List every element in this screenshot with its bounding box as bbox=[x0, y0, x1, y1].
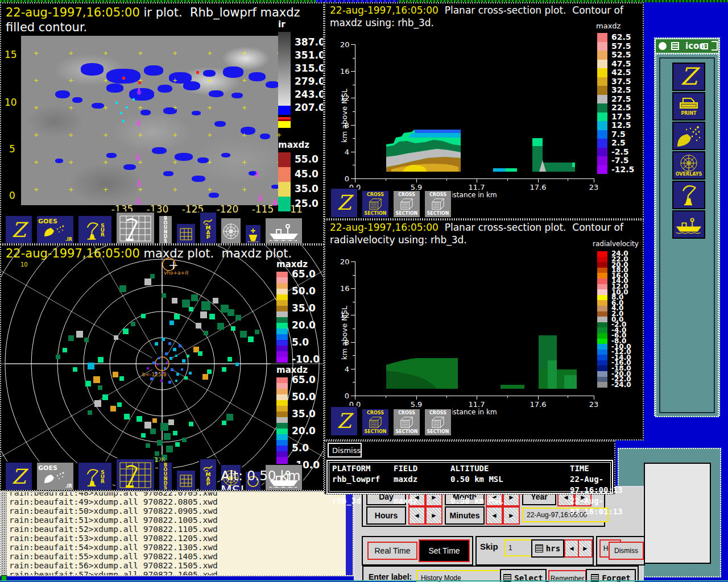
radar-echo bbox=[228, 309, 234, 316]
satellite-image[interactable]: ++++++++++++++++++++++++++++++++++++++++… bbox=[21, 36, 278, 205]
cloud-top-overlay bbox=[209, 90, 224, 97]
zeb-logo-icon: Z bbox=[337, 411, 351, 431]
toolbar-button-map[interactable]: MAP bbox=[199, 211, 217, 244]
radar-colorbar2-label: maxdz bbox=[276, 365, 308, 375]
toolbar-button-cross[interactable]: CROSS SECTION bbox=[424, 190, 452, 218]
toolbar-button-map[interactable]: MAP bbox=[199, 458, 217, 491]
xsec-bottom-toolbar: ZCROSS SECTIONCROSS SECTIONCROSS SECTION bbox=[330, 408, 452, 436]
window-menu-circle-icon[interactable] bbox=[659, 42, 667, 50]
table-dismiss-button[interactable]: Dismiss bbox=[328, 443, 362, 458]
window-menu-icon[interactable] bbox=[671, 42, 679, 50]
colorbar-swatch bbox=[597, 300, 607, 306]
overlays-button[interactable]: OVERLAYS bbox=[672, 151, 705, 180]
cross-label: CROSS bbox=[367, 410, 384, 415]
zeb-logo-icon: Z bbox=[11, 467, 26, 487]
radar-echo bbox=[168, 419, 174, 425]
radar-echo bbox=[76, 331, 83, 338]
colorbar-swatch bbox=[597, 121, 607, 130]
colorbar-swatch bbox=[597, 165, 607, 174]
cloud-top-overlay bbox=[106, 153, 117, 158]
toolbar-button-zlogo[interactable]: Z bbox=[330, 406, 358, 436]
toolbar-button-cross[interactable]: CROSS SECTION bbox=[392, 190, 421, 218]
table-cell: rhb_lowprf bbox=[332, 474, 394, 496]
toolbar-button-ship[interactable] bbox=[264, 217, 303, 244]
toolbar-button-zlogo[interactable]: Z bbox=[5, 215, 33, 244]
toolbar-button-sur[interactable]: SUR bbox=[77, 215, 113, 244]
colorbar-swatch bbox=[276, 429, 288, 434]
toolbar-button-cross[interactable]: CROSS SECTION bbox=[392, 408, 421, 436]
toolbar-button-grid[interactable] bbox=[176, 469, 196, 491]
cloud-top-overlay bbox=[203, 70, 216, 77]
colorbar-swatch bbox=[597, 355, 607, 360]
print-button-label: PRINT bbox=[681, 111, 696, 116]
cross-label: CROSS bbox=[367, 192, 384, 197]
radar-echo bbox=[150, 429, 156, 434]
xsec-top-plot[interactable]: 0481216200.05.911.717.623km above MSLDis… bbox=[337, 24, 604, 194]
skip-value-input[interactable]: 1 bbox=[504, 539, 533, 556]
colorbar-swatch bbox=[276, 357, 288, 363]
xsec-ytick-label: 16 bbox=[340, 67, 349, 76]
ir-tick-label: 351.0 bbox=[295, 49, 324, 61]
colorbar-tick-label: 27.5 bbox=[611, 94, 631, 103]
zeb-logo-icon: Z bbox=[337, 193, 351, 213]
antenna-button[interactable] bbox=[672, 181, 705, 209]
skip-forward-stepper[interactable]: ► bbox=[578, 539, 593, 558]
cloud-top-overlay bbox=[123, 164, 136, 170]
radar-echo bbox=[175, 442, 180, 447]
toolbar-button-bounds[interactable]: BOUNDS bbox=[158, 462, 173, 491]
radar-echo bbox=[164, 433, 171, 440]
toolbar-button-goes[interactable]: GOES .IR bbox=[36, 215, 75, 244]
ship-button[interactable] bbox=[672, 210, 705, 239]
icon-window-titlebar[interactable]: icon bbox=[655, 39, 719, 53]
sur-label: SUR bbox=[101, 470, 105, 484]
cube-icon bbox=[429, 197, 446, 211]
ir-label: .IR bbox=[65, 484, 73, 489]
cross-label: CROSS bbox=[429, 410, 446, 415]
radar-beam-button[interactable] bbox=[672, 122, 705, 150]
toolbar-button-goes[interactable]: GOES .IR bbox=[36, 462, 75, 491]
colorbar-swatch bbox=[597, 262, 607, 268]
toolbar-button-radargrid[interactable] bbox=[115, 458, 155, 491]
window-resize-icon[interactable] bbox=[712, 41, 718, 51]
xsec-x-axis-label: Distance in km bbox=[446, 408, 497, 416]
xsec-top-contours bbox=[337, 24, 604, 194]
xsec-bottom-plot[interactable]: 0481216200.05.911.717.623km above MSLDis… bbox=[337, 241, 604, 411]
toolbar-button-cross[interactable]: CROSS SECTION bbox=[424, 408, 452, 436]
toolbar-button-buoy[interactable] bbox=[245, 224, 262, 244]
window-iconify-icon[interactable] bbox=[701, 43, 708, 49]
zeb-logo-icon: Z bbox=[11, 221, 26, 240]
cyan-dot-marker bbox=[120, 112, 122, 114]
radar-echo bbox=[213, 298, 218, 304]
toolbar-button-rings[interactable] bbox=[220, 217, 242, 244]
colorbar-swatch bbox=[276, 377, 288, 383]
cloud-top-overlay bbox=[92, 103, 104, 109]
real-time-button[interactable]: Real Time bbox=[367, 542, 417, 560]
skip-units-button[interactable]: hrs bbox=[531, 539, 564, 558]
radar-echo bbox=[255, 330, 259, 334]
ir-satellite-panel: 22-aug-1997,16:05:00 ir plot. Rhb_lowprf… bbox=[0, 2, 324, 244]
cube-icon bbox=[429, 415, 446, 429]
set-time-button[interactable]: Set Time bbox=[419, 539, 470, 562]
radar-echo bbox=[196, 323, 201, 329]
zeb-logo-button[interactable]: Z bbox=[672, 63, 705, 91]
toolbar-button-cross[interactable]: CROSS SECTION bbox=[361, 190, 390, 218]
toolbar-button-sur[interactable]: SUR bbox=[77, 462, 113, 491]
print-button[interactable]: PRINT bbox=[672, 92, 705, 120]
toolbar-button-grid[interactable] bbox=[176, 223, 196, 244]
toolbar-button-radargrid[interactable] bbox=[115, 211, 155, 244]
xterm-window[interactable]: rain:beaufait:48>xdump.all 970822.0705.x… bbox=[0, 491, 354, 576]
radar-echo bbox=[84, 338, 89, 342]
terminal-left-scrollbar[interactable] bbox=[1, 492, 7, 575]
skip-back-stepper[interactable]: ◄ bbox=[564, 539, 579, 558]
radar-echo bbox=[146, 443, 150, 448]
latlon-grid-cross: + bbox=[34, 160, 39, 165]
toolbar-button-zlogo[interactable]: Z bbox=[330, 188, 358, 218]
xsec-y-axis-label: km above MSL bbox=[340, 302, 349, 364]
toolbar-button-cross[interactable]: CROSS SECTION bbox=[361, 408, 390, 436]
latlon-grid-cross: + bbox=[242, 78, 247, 84]
toolbar-button-bounds[interactable]: BOUNDS bbox=[158, 215, 173, 244]
time-dismiss-button[interactable]: Dismiss bbox=[609, 542, 644, 560]
cloud-top-overlay bbox=[183, 81, 200, 90]
radar-echo bbox=[248, 336, 254, 342]
toolbar-button-zlogo[interactable]: Z bbox=[5, 462, 33, 491]
